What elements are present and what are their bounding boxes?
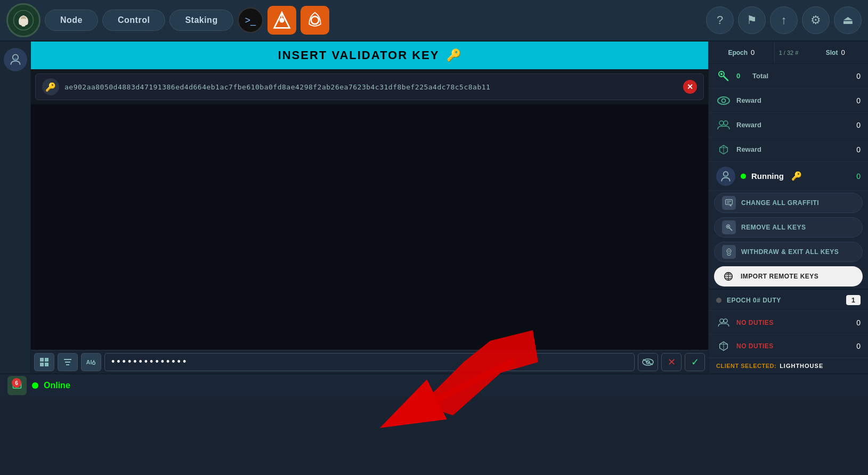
flag-button[interactable]: ⚑ [738,6,766,34]
top-navigation: Node Control Staking >_ ? ⚑ ↑ ⚙ ⏏ [0,0,868,42]
online-status-label: Online [44,381,70,390]
terminal-button[interactable]: >_ [238,7,263,33]
remove-keys-button[interactable]: REMOVE ALL KEYS [714,217,863,238]
key-reward-icon [716,69,731,84]
svg-point-24 [720,73,723,75]
logout-button[interactable]: ⏏ [834,6,862,34]
remove-keys-label: REMOVE ALL KEYS [741,224,806,231]
upload-button[interactable]: ↑ [770,6,798,34]
withdraw-icon [722,245,736,259]
confirm-icon: ✓ [691,356,699,368]
withdraw-exit-button[interactable]: WITHDRAW & EXIT ALL KEYS [714,242,863,262]
beacon-icon-2[interactable] [301,6,329,35]
staking-tab[interactable]: Staking [169,10,233,31]
node-tab[interactable]: Node [45,10,98,31]
epoch-cell: Epoch 0 [709,42,775,63]
import-remote-keys-button[interactable]: IMPORT REMOTE KEYS [714,266,863,286]
duty-number: 1 [846,295,861,305]
clear-password-button[interactable]: ✕ [661,353,682,371]
svg-rect-3 [22,23,26,27]
flag-icon: ⚑ [747,13,757,27]
terminal-icon: >_ [245,15,256,26]
svg-point-44 [720,318,724,322]
svg-point-7 [311,17,318,24]
running-status-dot [741,174,746,179]
change-graffiti-label: CHANGE ALL GRAFFITI [741,199,819,207]
key-field-icon: 🔑 [42,78,59,95]
main-content: INSERT VALIDATOR KEY 🔑 🔑 ae902aa8050d488… [0,42,868,373]
password-input[interactable] [104,353,635,371]
client-value: LIGHTHOUSE [780,363,823,369]
change-graffiti-button[interactable]: CHANGE ALL GRAFFITI [714,193,863,213]
confirm-button[interactable]: ✓ [685,353,705,371]
remove-keys-icon [722,220,736,234]
running-row: Running 🔑 0 [709,162,868,191]
svg-line-37 [729,228,732,231]
right-panel: Epoch 0 1 / 32 # Slot 0 0 Total 0 [708,42,868,373]
epoch-mid: 1 / 32 # [775,50,803,56]
svg-rect-10 [40,358,44,362]
key-close-button[interactable]: ✕ [683,80,697,94]
slot-cell: Slot 0 [802,42,868,63]
logo-button[interactable] [6,3,40,37]
status-bar: 6 Online [0,373,868,397]
svg-point-45 [724,318,727,322]
svg-point-25 [718,97,729,104]
total-row: 0 Total 0 [709,64,868,88]
reward3-row: Reward 0 [709,137,868,162]
left-sidebar [0,42,31,373]
reward2-label: Reward [736,121,851,129]
svg-point-27 [719,121,724,125]
filter-button[interactable] [58,353,78,371]
running-key-icon: 🔑 [791,171,802,181]
epoch-value: 0 [751,48,755,56]
ai-button[interactable]: AI [81,353,101,371]
svg-rect-13 [45,363,48,366]
panel-header: INSERT VALIDATOR KEY 🔑 [31,42,708,69]
import-icon [721,269,735,283]
svg-rect-33 [726,200,733,205]
help-button[interactable]: ? [706,6,734,34]
key-value-display: ae902aa8050d4883d47191386ed4d664eb1ac7fb… [64,83,678,91]
settings-icon: ⚙ [810,13,821,27]
notification-area: 6 [7,376,27,395]
toggle-visibility-button[interactable] [638,353,658,371]
import-keys-label: IMPORT REMOTE KEYS [741,273,818,280]
svg-point-28 [724,121,728,125]
duty2-label: NO DUTIES [736,342,851,350]
svg-rect-12 [40,363,44,366]
duty2-value: 0 [856,342,861,350]
svg-point-5 [279,18,284,23]
eye-reward-icon [716,93,731,108]
duty-row-2: NO DUTIES 0 [709,334,868,358]
cube-reward-icon [716,142,731,157]
client-selected-label: CLIENT SELECTED: [716,363,776,369]
center-panel: INSERT VALIDATOR KEY 🔑 🔑 ae902aa8050d488… [31,42,708,373]
running-key-count: 0 [856,172,861,181]
reward1-label: Reward [736,96,851,104]
reward3-label: Reward [736,145,851,153]
total-label: Total [752,72,851,80]
total-value: 0 [856,72,861,80]
clear-icon: ✕ [668,356,676,368]
group-reward-icon [716,118,731,133]
svg-point-9 [13,58,17,62]
graffiti-icon [722,196,736,210]
panel-title: INSERT VALIDATOR KEY [278,48,440,62]
control-tab[interactable]: Control [102,10,165,31]
svg-rect-11 [45,358,48,362]
withdraw-exit-label: WITHDRAW & EXIT ALL KEYS [741,248,839,256]
duty-status-dot [716,298,721,303]
beacon-icon-1[interactable] [267,6,296,35]
logout-icon: ⏏ [842,13,854,27]
settings-button[interactable]: ⚙ [802,6,830,34]
upload-icon: ↑ [781,13,787,27]
svg-point-17 [92,362,95,364]
svg-point-38 [727,226,729,227]
svg-line-23 [724,76,728,80]
sidebar-icon-user[interactable] [4,48,27,71]
notification-badge: 6 [12,378,21,388]
slot-value: 0 [841,48,845,56]
grid-view-button[interactable] [34,353,54,371]
duty-title: EPOCH 0# DUTY [727,297,841,304]
